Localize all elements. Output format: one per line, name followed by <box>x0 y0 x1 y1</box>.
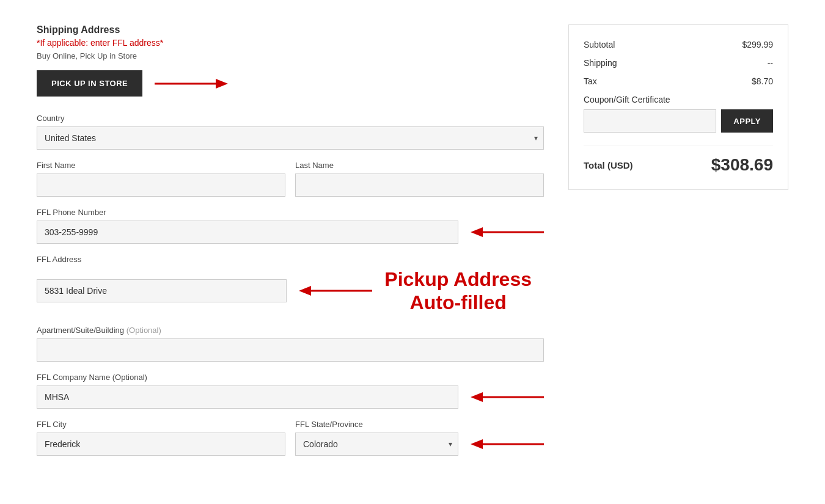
ffl-state-group: FFL State/Province Colorado ▾ <box>295 420 544 456</box>
ffl-company-row <box>37 385 544 409</box>
tax-row: Tax $8.70 <box>584 76 773 86</box>
shipping-label: Shipping <box>584 58 617 68</box>
pickup-button-row: PICK UP IN STORE <box>37 70 544 97</box>
first-name-label: First Name <box>37 161 285 170</box>
svg-marker-3 <box>471 227 483 237</box>
ffl-company-group: FFL Company Name (Optional) <box>37 373 544 409</box>
order-summary-section: Subtotal $299.99 Shipping -- Tax $8.70 C… <box>568 24 788 467</box>
apt-input[interactable] <box>37 338 544 362</box>
ffl-phone-input-wrapper <box>37 221 458 244</box>
total-value: $308.69 <box>711 155 773 175</box>
coupon-row: APPLY <box>584 109 773 133</box>
ffl-address-row: Pickup Address Auto-filled <box>37 268 544 315</box>
first-name-input[interactable] <box>37 173 285 197</box>
country-select[interactable]: United States <box>37 126 544 150</box>
ffl-address-group: FFL Address Pickup Address Auto-filled <box>37 255 544 315</box>
ffl-state-arrow-icon <box>471 437 544 451</box>
country-label: Country <box>37 114 544 123</box>
ffl-city-input[interactable] <box>37 433 285 456</box>
coupon-label: Coupon/Gift Certificate <box>584 95 773 104</box>
ffl-notice: *If applicable: enter FFL address* <box>37 38 544 48</box>
ffl-address-input-wrapper <box>37 279 287 302</box>
subtotal-label: Subtotal <box>584 40 615 49</box>
country-field-group: Country United States ▾ <box>37 114 544 150</box>
apt-label: Apartment/Suite/Building (Optional) <box>37 326 544 335</box>
coupon-input[interactable] <box>584 109 716 133</box>
ffl-state-row: Colorado ▾ <box>295 433 544 456</box>
city-state-row: FFL City FFL State/Province Colorado ▾ <box>37 420 544 467</box>
ffl-state-select[interactable]: Colorado <box>295 433 458 456</box>
ffl-company-arrow-icon <box>471 390 544 404</box>
ffl-phone-label: FFL Phone Number <box>37 208 544 217</box>
total-row: Total (USD) $308.69 <box>584 155 773 175</box>
shipping-form-section: Shipping Address *If applicable: enter F… <box>37 24 544 467</box>
svg-marker-7 <box>471 392 483 402</box>
ffl-phone-arrow-icon <box>471 225 544 239</box>
pickup-arrow-icon <box>155 76 228 91</box>
subtotal-row: Subtotal $299.99 <box>584 40 773 49</box>
country-select-wrapper[interactable]: United States ▾ <box>37 126 544 150</box>
svg-marker-5 <box>299 286 311 296</box>
svg-marker-1 <box>216 79 228 89</box>
pickup-in-store-button[interactable]: PICK UP IN STORE <box>37 70 142 97</box>
apt-group: Apartment/Suite/Building (Optional) <box>37 326 544 362</box>
ffl-address-arrow-icon <box>299 283 372 298</box>
ffl-company-input-wrapper <box>37 385 458 409</box>
ffl-phone-input[interactable] <box>37 221 458 244</box>
tax-label: Tax <box>584 76 597 86</box>
order-summary-box: Subtotal $299.99 Shipping -- Tax $8.70 C… <box>568 24 788 190</box>
subtotal-value: $299.99 <box>742 40 773 49</box>
summary-divider <box>584 145 773 145</box>
ffl-phone-row <box>37 221 544 244</box>
last-name-label: Last Name <box>295 161 544 170</box>
ffl-address-input[interactable] <box>37 279 287 302</box>
ffl-company-label: FFL Company Name (Optional) <box>37 373 544 382</box>
ffl-city-group: FFL City <box>37 420 285 456</box>
pickup-annotation: Pickup Address Auto-filled <box>384 268 544 315</box>
apply-button[interactable]: APPLY <box>721 109 773 133</box>
ffl-address-label: FFL Address <box>37 255 544 264</box>
first-name-group: First Name <box>37 161 285 197</box>
ffl-state-label: FFL State/Province <box>295 420 544 429</box>
ffl-company-input[interactable] <box>37 385 458 409</box>
section-title: Shipping Address <box>37 24 544 35</box>
ffl-city-label: FFL City <box>37 420 285 429</box>
last-name-input[interactable] <box>295 173 544 197</box>
ffl-state-select-wrapper[interactable]: Colorado ▾ <box>295 433 458 456</box>
shipping-row: Shipping -- <box>584 58 773 68</box>
ffl-phone-group: FFL Phone Number <box>37 208 544 244</box>
name-row: First Name Last Name <box>37 161 544 208</box>
last-name-group: Last Name <box>295 161 544 197</box>
tax-value: $8.70 <box>752 76 773 86</box>
total-label: Total (USD) <box>584 160 633 170</box>
buy-online-text: Buy Online, Pick Up in Store <box>37 51 544 60</box>
shipping-value: -- <box>768 58 773 68</box>
annotation-text: Pickup Address Auto-filled <box>384 268 532 315</box>
svg-marker-9 <box>471 439 483 449</box>
